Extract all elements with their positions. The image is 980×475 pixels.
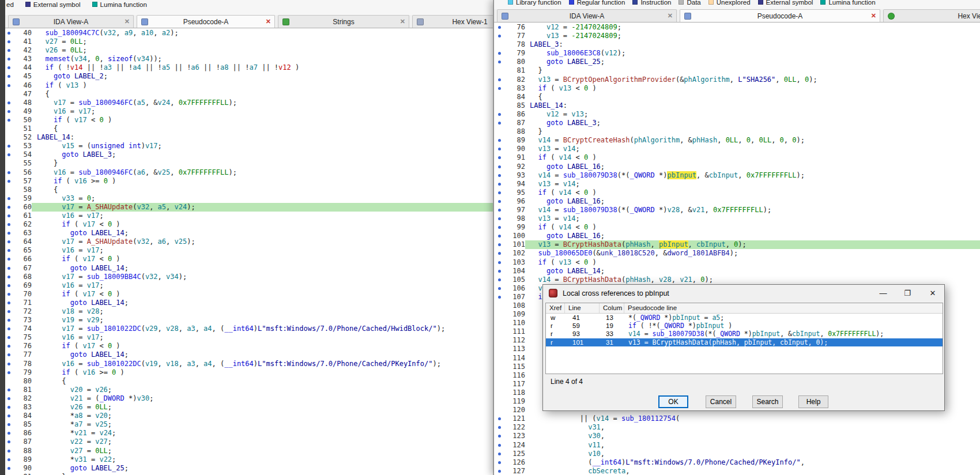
code-line[interactable]: 44 if ( !v14 || !a3 || !a4 || !a5 || !a6…: [5, 63, 493, 72]
code-line[interactable]: 76 v12 = -2147024809;: [494, 23, 980, 32]
help-button[interactable]: Help: [798, 395, 828, 408]
code-line[interactable]: 78 v16 = sub_1801022DC(v19, v18, a3, a4,…: [5, 360, 493, 368]
code-line[interactable]: 46 if ( v13 ): [5, 81, 493, 90]
code-line[interactable]: 72 v18 = v28;: [5, 307, 493, 316]
code-line[interactable]: 78LABEL_3:: [494, 40, 980, 49]
code-line[interactable]: 84 *a8 = v20;: [5, 412, 493, 420]
code-line[interactable]: 71 goto LABEL_14;: [5, 299, 493, 307]
code-line[interactable]: 105 v14 = BCryptHashData(phHash, v28, v2…: [494, 276, 980, 284]
tab-hex-view-1[interactable]: Hex View-1: [412, 15, 493, 28]
tab-close-icon[interactable]: ✕: [125, 16, 130, 28]
code-line[interactable]: 43 memset(v34, 0, sizeof(v34));: [5, 55, 493, 63]
code-line[interactable]: 54 goto LABEL_3;: [5, 150, 493, 159]
xref-row[interactable]: w4113*(_QWORD *)pbInput = a5;: [546, 314, 943, 322]
code-line[interactable]: 90 goto LABEL_25;: [5, 464, 493, 473]
code-line[interactable]: 83 if ( v13 < 0 ): [494, 84, 980, 93]
code-line[interactable]: 85 *a7 = v25;: [5, 420, 493, 429]
code-line[interactable]: 89 *v31 = v22;: [5, 455, 493, 464]
code-line[interactable]: 59 v33 = 0;: [5, 194, 493, 203]
tab-hex-view-1[interactable]: Hex View-1: [883, 9, 980, 22]
code-line[interactable]: 96 goto LABEL_16;: [494, 197, 980, 206]
code-line[interactable]: 77 v13 = -2147024809;: [494, 32, 980, 40]
code-line[interactable]: 101 v13 = BCryptHashData(phHash, pbInput…: [494, 240, 980, 249]
code-line[interactable]: 79 if ( v16 >= 0 ): [5, 368, 493, 377]
code-line[interactable]: 65 v16 = v17;: [5, 246, 493, 255]
code-line[interactable]: 126 (__int64)L"msft:Windows/7.0/Phone/Ca…: [494, 458, 980, 467]
xref-row[interactable]: r9333v14 = sub_180079D38(*(_QWORD *)pbIn…: [546, 330, 943, 338]
code-line[interactable]: 41 v27 = 0LL;: [5, 37, 493, 46]
code-line[interactable]: 67 goto LABEL_14;: [5, 264, 493, 273]
code-line[interactable]: 73 v19 = v29;: [5, 316, 493, 325]
code-line[interactable]: 74 v17 = sub_1801022DC(v29, v28, a3, a4,…: [5, 325, 493, 333]
code-line[interactable]: 81 v20 = v26;: [5, 386, 493, 394]
code-line[interactable]: 86 *v21 = v24;: [5, 429, 493, 438]
code-line[interactable]: 87 v22 = v27;: [5, 438, 493, 446]
code-line[interactable]: 86 v12 = v13;: [494, 110, 980, 119]
code-line[interactable]: 95 if ( v14 < 0 ): [494, 189, 980, 197]
code-line[interactable]: 69 v16 = v17;: [5, 281, 493, 290]
code-line[interactable]: 93 v14 = sub_180079D38(*(_QWORD *)pbInpu…: [494, 171, 980, 180]
code-line[interactable]: 50 if ( v17 < 0 ): [5, 116, 493, 125]
maximize-button[interactable]: ❐: [898, 285, 917, 301]
code-line[interactable]: 97 v14 = sub_180079D38(*(_QWORD *)v28, &…: [494, 206, 980, 214]
tab-strings[interactable]: Strings✕: [278, 15, 409, 28]
code-line[interactable]: 102 sub_180065DE0(&unk_18018C520, &dword…: [494, 249, 980, 258]
code-line[interactable]: 63 goto LABEL_14;: [5, 229, 493, 238]
code-line[interactable]: 92 goto LABEL_16;: [494, 163, 980, 171]
ok-button[interactable]: OK: [658, 395, 688, 408]
code-line[interactable]: 66 if ( v17 < 0 ): [5, 255, 493, 263]
code-line[interactable]: 84 {: [494, 93, 980, 101]
code-line[interactable]: 81 }: [494, 66, 980, 75]
minimize-button[interactable]: —: [873, 285, 893, 301]
tab-close-icon[interactable]: ✕: [871, 10, 876, 22]
tab-close-icon[interactable]: ✕: [266, 16, 271, 28]
code-line[interactable]: 99 if ( v14 < 0 ): [494, 223, 980, 232]
code-line[interactable]: 62 if ( v17 < 0 ): [5, 220, 493, 229]
xref-row[interactable]: r5919if ( !*(_QWORD *)pbInput ): [546, 322, 943, 330]
code-line[interactable]: 51 {: [5, 125, 493, 133]
code-line[interactable]: 40 sub_180094C7C(v32, a9, a10, a2);: [5, 29, 493, 37]
code-line[interactable]: 123 v30,: [494, 432, 980, 440]
code-line[interactable]: 91 if ( v14 < 0 ): [494, 153, 980, 162]
code-line[interactable]: 75 v16 = v17;: [5, 333, 493, 342]
code-line[interactable]: 88 v27 = 0LL;: [5, 447, 493, 455]
code-line[interactable]: 85LABEL_14:: [494, 101, 980, 110]
code-line[interactable]: 45 goto LABEL_2;: [5, 72, 493, 81]
code-line[interactable]: 124 v11,: [494, 441, 980, 450]
cancel-button[interactable]: Cancel: [706, 395, 736, 408]
close-icon[interactable]: ✕: [923, 285, 943, 301]
code-line[interactable]: 122 v31,: [494, 423, 980, 432]
code-line[interactable]: 53 v15 = (unsigned int)v17;: [5, 142, 493, 150]
code-line[interactable]: 77 goto LABEL_14;: [5, 350, 493, 359]
search-button[interactable]: Search: [752, 395, 783, 408]
code-line[interactable]: 125 v10,: [494, 450, 980, 458]
code-line[interactable]: 79 sub_18006E3C8(v12);: [494, 49, 980, 58]
code-line[interactable]: 80 goto LABEL_25;: [494, 58, 980, 66]
code-line[interactable]: 88 }: [494, 127, 980, 136]
code-line[interactable]: 48 v17 = sub_1800946FC(a5, &v24, 0x7FFFF…: [5, 99, 493, 107]
code-line[interactable]: 42 v26 = 0LL;: [5, 46, 493, 55]
code-line[interactable]: 76 if ( v17 < 0 ): [5, 342, 493, 350]
code-line[interactable]: 64 v17 = A_SHAUpdate(v32, a6, v25);: [5, 238, 493, 246]
code-line[interactable]: 49 v16 = v17;: [5, 107, 493, 116]
code-line[interactable]: 55 }: [5, 159, 493, 168]
code-line[interactable]: 83 v26 = 0LL;: [5, 403, 493, 412]
tab-pseudocode-a[interactable]: Pseudocode-A✕: [137, 15, 275, 28]
code-line[interactable]: 47 {: [5, 90, 493, 99]
code-line[interactable]: 82 v21 = (_DWORD *)v30;: [5, 394, 493, 403]
code-line[interactable]: 70 if ( v17 < 0 ): [5, 290, 493, 299]
code-line[interactable]: 82 v13 = BCryptOpenAlgorithmProvider(&ph…: [494, 76, 980, 84]
code-line[interactable]: 127 cbSecreta,: [494, 467, 980, 475]
code-line[interactable]: 58 {: [5, 186, 493, 194]
code-line[interactable]: 87 goto LABEL_3;: [494, 119, 980, 127]
code-line[interactable]: 60 v17 = A_SHAUpdate(v32, a5, v24);: [5, 203, 493, 212]
code-line[interactable]: 94 v13 = v14;: [494, 180, 980, 189]
code-line[interactable]: 98 v13 = v14;: [494, 214, 980, 223]
code-line[interactable]: 100 goto LABEL_16;: [494, 232, 980, 240]
code-line[interactable]: 57 if ( v16 >= 0 ): [5, 177, 493, 186]
tab-close-icon[interactable]: ✕: [400, 16, 405, 28]
code-line[interactable]: 80 {: [5, 377, 493, 386]
tab-pseudocode-a[interactable]: Pseudocode-A✕: [680, 9, 880, 22]
code-line[interactable]: 103 if ( v13 < 0 ): [494, 258, 980, 267]
code-line[interactable]: 91 }: [5, 473, 493, 475]
